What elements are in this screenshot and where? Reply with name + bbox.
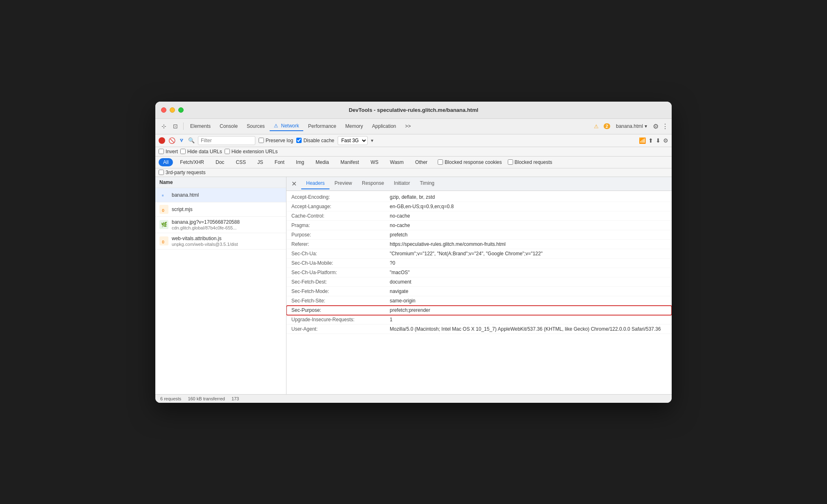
header-row: Cache-Control:no-cache bbox=[286, 211, 672, 221]
header-value: prefetch bbox=[390, 232, 667, 238]
header-name: Accept-Language: bbox=[291, 204, 390, 209]
header-name: Referer: bbox=[291, 241, 390, 247]
header-row: Sec-Ch-Ua-Platform:"macOS" bbox=[286, 268, 672, 277]
tab-initiator[interactable]: Initiator bbox=[389, 178, 415, 189]
filter-chip-css[interactable]: CSS bbox=[231, 158, 250, 166]
tab-performance[interactable]: Performance bbox=[304, 122, 341, 131]
tab-timing[interactable]: Timing bbox=[415, 178, 439, 189]
inspect-icon[interactable]: ⊡ bbox=[170, 121, 181, 132]
settings-icon-right[interactable]: ⚙ bbox=[663, 137, 668, 144]
hide-extension-urls-label[interactable]: Hide extension URLs bbox=[225, 149, 278, 154]
sidebar-item-filename: script.mjs bbox=[172, 207, 193, 212]
filter-chip-wasm[interactable]: Wasm bbox=[386, 158, 409, 166]
tab-application[interactable]: Application bbox=[368, 122, 400, 131]
close-button[interactable] bbox=[161, 107, 166, 113]
header-name: User-Agent: bbox=[291, 326, 390, 332]
tab-sources[interactable]: Sources bbox=[243, 122, 269, 131]
sidebar-item-web-vitals[interactable]: {} web-vitals.attribution.js unpkg.com/w… bbox=[155, 233, 286, 250]
header-value: "macOS" bbox=[390, 270, 667, 275]
header-value: navigate bbox=[390, 288, 667, 294]
header-name: Upgrade-Insecure-Requests: bbox=[291, 317, 390, 322]
cursor-icon[interactable]: ⊹ bbox=[159, 121, 169, 132]
filter-input[interactable] bbox=[198, 136, 255, 145]
wifi-icon[interactable]: 📶 bbox=[639, 137, 646, 144]
header-name: Sec-Ch-Ua-Platform: bbox=[291, 270, 390, 275]
throttle-select[interactable]: Fast 3G bbox=[338, 136, 368, 145]
upload-icon[interactable]: ⬆ bbox=[648, 137, 653, 144]
filter-chip-font[interactable]: Font bbox=[270, 158, 289, 166]
header-row: Accept-Language:en-GB,en-US;q=0.9,en;q=0… bbox=[286, 202, 672, 211]
filter-chip-media[interactable]: Media bbox=[311, 158, 334, 166]
header-row: Purpose:prefetch bbox=[286, 230, 672, 240]
third-party-label[interactable]: 3rd-party requests bbox=[159, 170, 205, 175]
header-name: Sec-Fetch-Dest: bbox=[291, 279, 390, 285]
filter-icon[interactable]: ⛛ bbox=[178, 137, 185, 144]
maximize-button[interactable] bbox=[178, 107, 184, 113]
header-value: same-origin bbox=[390, 298, 667, 304]
filter-chip-ws[interactable]: WS bbox=[366, 158, 383, 166]
filter-chip-img[interactable]: Img bbox=[291, 158, 309, 166]
clear-button[interactable]: 🚫 bbox=[168, 137, 175, 144]
record-button[interactable] bbox=[159, 137, 165, 144]
settings-icon[interactable]: ⚙ bbox=[653, 123, 659, 130]
header-value: ?0 bbox=[390, 260, 667, 266]
disable-cache-label[interactable]: Disable cache bbox=[296, 138, 334, 143]
filter-chip-all[interactable]: All bbox=[159, 158, 173, 166]
header-row: Sec-Fetch-Site:same-origin bbox=[286, 296, 672, 306]
tab-more[interactable]: >> bbox=[401, 122, 415, 131]
disable-cache-checkbox[interactable] bbox=[296, 138, 302, 143]
tab-memory[interactable]: Memory bbox=[341, 122, 367, 131]
header-row: Sec-Purpose:prefetch;prerender bbox=[286, 306, 672, 315]
header-row: Referer:https://speculative-rules.glitch… bbox=[286, 240, 672, 249]
invert-checkbox[interactable] bbox=[159, 149, 164, 154]
file-icon-js: {} bbox=[159, 205, 168, 214]
hide-extension-urls-checkbox[interactable] bbox=[225, 149, 230, 154]
hide-data-urls-label[interactable]: Hide data URLs bbox=[180, 149, 222, 154]
header-row: Sec-Fetch-Dest:document bbox=[286, 277, 672, 287]
header-value: en-GB,en-US;q=0.9,en;q=0.8 bbox=[390, 204, 667, 209]
filename-selector[interactable]: banana.html ▾ bbox=[613, 123, 650, 130]
minimize-button[interactable] bbox=[170, 107, 175, 113]
tab-network[interactable]: ⚠ Network bbox=[270, 121, 303, 131]
blocked-requests-label[interactable]: Blocked requests bbox=[508, 159, 552, 165]
header-name: Sec-Ch-Ua: bbox=[291, 251, 390, 257]
sidebar-item-banana-jpg[interactable]: 🌿 banana.jpg?v=1705668720588 cdn.glitch.… bbox=[155, 217, 286, 233]
size-value: 173 bbox=[232, 396, 239, 401]
third-party-checkbox[interactable] bbox=[159, 170, 164, 175]
header-row: Upgrade-Insecure-Requests:1 bbox=[286, 315, 672, 325]
close-detail-button[interactable]: ✕ bbox=[290, 179, 298, 188]
tab-console[interactable]: Console bbox=[216, 122, 242, 131]
blocked-requests-checkbox[interactable] bbox=[508, 159, 513, 165]
detail-panel: ✕ Headers Preview Response Initiator Tim… bbox=[286, 177, 672, 394]
sidebar-item-script-mjs[interactable]: {} script.mjs bbox=[155, 202, 286, 217]
file-icon-html: ≡ bbox=[159, 191, 168, 200]
tab-elements[interactable]: Elements bbox=[186, 122, 215, 131]
header-row: Sec-Fetch-Mode:navigate bbox=[286, 287, 672, 296]
header-row: Pragma:no-cache bbox=[286, 221, 672, 230]
filter-chip-doc[interactable]: Doc bbox=[211, 158, 229, 166]
download-icon[interactable]: ⬇ bbox=[656, 137, 661, 144]
headers-table: Accept-Encoding:gzip, deflate, br, zstdA… bbox=[286, 191, 672, 394]
blocked-response-cookies-checkbox[interactable] bbox=[438, 159, 443, 165]
tab-headers[interactable]: Headers bbox=[301, 178, 329, 189]
file-icon-img: 🌿 bbox=[159, 220, 168, 229]
invert-label[interactable]: Invert bbox=[159, 149, 178, 154]
header-value: gzip, deflate, br, zstd bbox=[390, 194, 667, 200]
preserve-log-checkbox[interactable] bbox=[259, 138, 264, 143]
filter-chip-manifest[interactable]: Manifest bbox=[336, 158, 364, 166]
search-icon[interactable]: 🔍 bbox=[188, 137, 195, 144]
filter-chip-fetch[interactable]: Fetch/XHR bbox=[175, 158, 209, 166]
preserve-log-label[interactable]: Preserve log bbox=[259, 138, 293, 143]
main-toolbar: ⊹ ⊡ Elements Console Sources ⚠ Network P… bbox=[155, 119, 672, 134]
hide-data-urls-checkbox[interactable] bbox=[180, 149, 186, 154]
tab-response[interactable]: Response bbox=[357, 178, 389, 189]
sidebar-item-banana-html[interactable]: ≡ banana.html bbox=[155, 188, 286, 202]
header-value: no-cache bbox=[390, 213, 667, 219]
filter-chip-js[interactable]: JS bbox=[253, 158, 268, 166]
tab-preview[interactable]: Preview bbox=[329, 178, 357, 189]
filter-chip-other[interactable]: Other bbox=[411, 158, 432, 166]
header-value: no-cache bbox=[390, 222, 667, 228]
blocked-response-cookies-label[interactable]: Blocked response cookies bbox=[438, 159, 502, 165]
more-icon[interactable]: ⋮ bbox=[662, 123, 668, 130]
throttle-chevron-icon: ▾ bbox=[371, 138, 373, 143]
